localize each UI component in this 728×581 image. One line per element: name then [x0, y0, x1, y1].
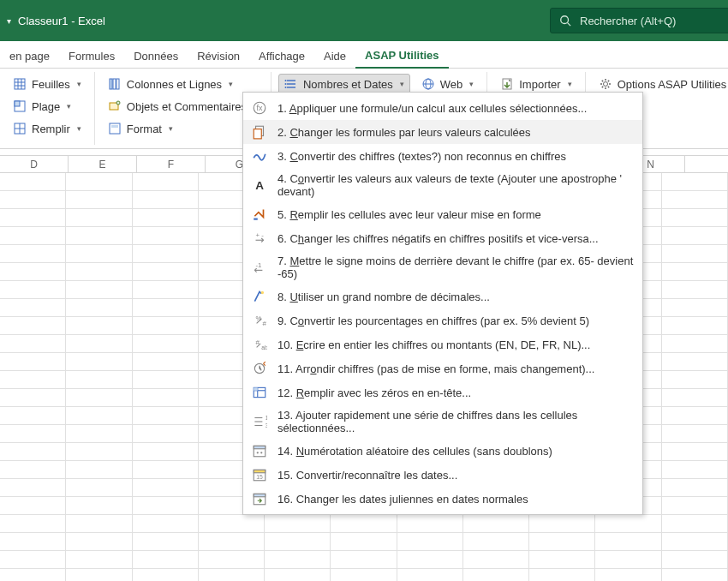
cell[interactable]	[463, 515, 529, 533]
cell[interactable]	[662, 443, 728, 461]
tab-affichage[interactable]: Affichage	[249, 45, 314, 68]
menu-item-11[interactable]: 11. Arrondir chiffres (pas de mise en fo…	[243, 356, 642, 380]
menu-item-9[interactable]: %#9. Convertir les pourcentages en chiff…	[243, 308, 642, 332]
cell[interactable]	[662, 389, 728, 407]
cell[interactable]	[0, 227, 66, 245]
cell[interactable]	[133, 371, 199, 389]
cell[interactable]	[662, 425, 728, 443]
cell[interactable]	[331, 515, 397, 533]
cell[interactable]	[133, 227, 199, 245]
ribbon-feuilles[interactable]: Feuilles▾	[7, 74, 87, 94]
cell[interactable]	[331, 569, 397, 581]
cell[interactable]	[66, 245, 132, 263]
cell[interactable]	[0, 335, 66, 353]
cell[interactable]	[133, 515, 199, 533]
cell[interactable]	[529, 551, 595, 569]
cell[interactable]	[0, 281, 66, 299]
cell[interactable]	[0, 533, 66, 551]
cell[interactable]	[66, 407, 132, 425]
cell[interactable]	[66, 335, 132, 353]
cell[interactable]	[662, 227, 728, 245]
cell[interactable]	[662, 551, 728, 569]
cell[interactable]	[662, 479, 728, 497]
cell[interactable]	[133, 191, 199, 209]
cell[interactable]	[463, 569, 529, 581]
cell[interactable]	[66, 479, 132, 497]
cell[interactable]	[199, 515, 265, 533]
cell[interactable]	[662, 299, 728, 317]
cell[interactable]	[133, 569, 199, 581]
cell[interactable]	[0, 389, 66, 407]
column-header-E[interactable]: E	[69, 156, 137, 172]
menu-item-6[interactable]: +-6. Changer les chiffres négatifs en ch…	[243, 226, 642, 250]
cell[interactable]	[133, 263, 199, 281]
cell[interactable]	[595, 533, 661, 551]
cell[interactable]	[662, 335, 728, 353]
menu-item-12[interactable]: 12. Remplir avec les zéros en en-tête...	[243, 380, 642, 404]
cell[interactable]	[265, 551, 331, 569]
cell[interactable]	[133, 353, 199, 371]
cell[interactable]	[0, 263, 66, 281]
cell[interactable]	[199, 569, 265, 581]
cell[interactable]	[595, 569, 661, 581]
cell[interactable]	[662, 515, 728, 533]
cell[interactable]	[0, 461, 66, 479]
cell[interactable]	[331, 533, 397, 551]
cell[interactable]	[0, 299, 66, 317]
ribbon-plage[interactable]: Plage▾	[7, 96, 87, 117]
ribbon-remplir[interactable]: Remplir▾	[7, 118, 87, 139]
cell[interactable]	[265, 533, 331, 551]
column-header-F[interactable]: F	[137, 156, 206, 172]
menu-item-2[interactable]: 2. Changer les formules par leurs valeur…	[243, 120, 642, 144]
cell[interactable]	[662, 497, 728, 515]
cell[interactable]	[595, 551, 661, 569]
cell[interactable]	[0, 497, 66, 515]
cell[interactable]	[0, 407, 66, 425]
cell[interactable]	[397, 569, 463, 581]
cell[interactable]	[66, 209, 132, 227]
cell[interactable]	[66, 227, 132, 245]
cell[interactable]	[0, 317, 66, 335]
cell[interactable]	[133, 389, 199, 407]
cell[interactable]	[66, 281, 132, 299]
cell[interactable]	[662, 569, 728, 581]
cell[interactable]	[133, 461, 199, 479]
menu-item-3[interactable]: 3. Convertir des chiffres (textes?) non …	[243, 144, 642, 168]
cell[interactable]	[66, 497, 132, 515]
cell[interactable]	[265, 569, 331, 581]
cell[interactable]	[463, 551, 529, 569]
cell[interactable]	[662, 353, 728, 371]
cell[interactable]	[0, 479, 66, 497]
menu-item-10[interactable]: #ab10. Ecrire en entier les chiffres ou …	[243, 332, 642, 356]
ribbon-format[interactable]: Format▾	[102, 118, 264, 139]
tab-en-page[interactable]: en page	[0, 45, 59, 68]
cell[interactable]	[0, 209, 66, 227]
tab-aide[interactable]: Aide	[314, 45, 355, 68]
menu-item-5[interactable]: 5. Remplir les cellules avec leur valeur…	[243, 202, 642, 226]
menu-item-7[interactable]: -17. Mettre le signe moins de derrière d…	[243, 250, 642, 285]
cell[interactable]	[133, 335, 199, 353]
cell[interactable]	[66, 533, 132, 551]
cell[interactable]	[529, 533, 595, 551]
cell[interactable]	[0, 173, 66, 191]
cell[interactable]	[0, 371, 66, 389]
cell[interactable]	[0, 191, 66, 209]
tab-données[interactable]: Données	[124, 45, 188, 68]
cell[interactable]	[133, 533, 199, 551]
cell[interactable]	[662, 263, 728, 281]
cell[interactable]	[66, 461, 132, 479]
cell[interactable]	[133, 497, 199, 515]
cell[interactable]	[199, 551, 265, 569]
cell[interactable]	[397, 551, 463, 569]
cell[interactable]	[331, 551, 397, 569]
cell[interactable]	[66, 191, 132, 209]
cell[interactable]	[0, 425, 66, 443]
cell[interactable]	[66, 173, 132, 191]
cell[interactable]	[133, 551, 199, 569]
menu-item-4[interactable]: A4. Convertir les valeurs aux valeurs de…	[243, 168, 642, 202]
tab-révision[interactable]: Révision	[188, 45, 249, 68]
cell[interactable]	[265, 515, 331, 533]
cell[interactable]	[662, 281, 728, 299]
cell[interactable]	[529, 515, 595, 533]
cell[interactable]	[66, 443, 132, 461]
